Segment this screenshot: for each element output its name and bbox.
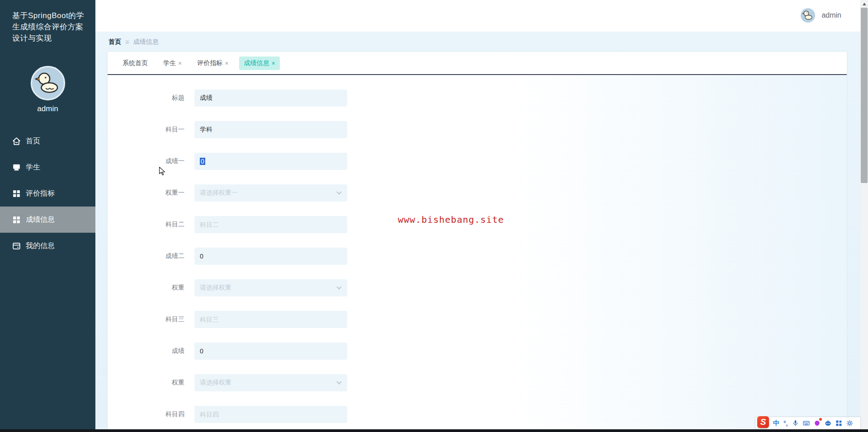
chevron-down-icon xyxy=(336,379,341,384)
tab-label: 成绩信息 xyxy=(244,59,269,67)
form-row-score3: 成绩 xyxy=(108,343,847,360)
select-placeholder: 请选择权重 xyxy=(200,379,231,387)
grid-icon xyxy=(12,189,21,198)
tab-scores[interactable]: 成绩信息 × xyxy=(239,56,279,70)
top-header: admin xyxy=(95,0,860,32)
sidebar-username: admin xyxy=(0,104,95,113)
user-avatar xyxy=(800,8,816,23)
chevron-down-icon xyxy=(336,284,341,289)
smart-assistant-icon[interactable] xyxy=(825,420,831,427)
header-user-menu[interactable]: admin xyxy=(800,8,841,23)
select-placeholder: 请选择权重 xyxy=(200,284,231,292)
form-row-weight1: 权重一 请选择权重一 xyxy=(108,184,847,202)
tab-label: 评价指标 xyxy=(197,59,222,67)
score-form: 标题 科目一 成绩一 0 权重一 请选择权重一 xyxy=(108,75,847,423)
skin-icon[interactable] xyxy=(814,420,821,427)
form-row-subject1: 科目一 xyxy=(108,121,847,138)
keyboard-icon[interactable] xyxy=(803,420,810,427)
tab-close-icon[interactable]: × xyxy=(178,60,182,67)
tab-system-home[interactable]: 系统首页 xyxy=(118,56,152,70)
field-label: 成绩一 xyxy=(108,157,184,165)
sidebar-item-label: 首页 xyxy=(26,136,40,146)
sidebar-item-label: 我的信息 xyxy=(26,241,55,251)
content-card: 系统首页 学生 × 评价指标 × 成绩信息 × 标题 科目一 xyxy=(108,52,847,432)
site-watermark: www.bishebang.site xyxy=(398,214,504,225)
score1-input[interactable]: 0 xyxy=(194,153,347,170)
breadcrumb-separator-icon: ≡ xyxy=(125,38,129,46)
form-row-subject3: 科目三 xyxy=(108,311,847,328)
field-label: 科目三 xyxy=(108,315,184,324)
header-username: admin xyxy=(821,11,841,19)
form-row-weight3: 权重 请选择权重 xyxy=(108,374,847,391)
form-row-subject4: 科目四 xyxy=(108,406,847,423)
ime-toolbar: S 中 °, xyxy=(755,417,860,429)
main-content: 首页 ≡ 成绩信息 系统首页 学生 × 评价指标 × 成绩信息 × 标题 xyxy=(95,32,860,432)
tab-student[interactable]: 学生 × xyxy=(159,56,186,70)
sidebar-item-label: 评价指标 xyxy=(26,189,55,198)
sidebar-menu: 首页 学生 评价指标 成绩信息 我的信息 xyxy=(0,128,95,259)
field-label: 权重 xyxy=(108,379,184,387)
sidebar-item-scores[interactable]: 成绩信息 xyxy=(0,207,95,233)
notification-dot xyxy=(819,418,822,421)
subject1-input[interactable] xyxy=(194,121,347,138)
mouse-cursor xyxy=(157,166,167,176)
sidebar-item-label: 学生 xyxy=(26,163,40,172)
tab-close-icon[interactable]: × xyxy=(271,60,275,67)
bottom-taskbar-edge xyxy=(0,429,868,432)
sidebar-item-label: 成绩信息 xyxy=(26,215,55,225)
selected-text: 0 xyxy=(200,158,205,165)
sidebar-avatar xyxy=(30,66,66,101)
tab-label: 系统首页 xyxy=(123,59,148,67)
scrollbar-up-arrow-icon[interactable] xyxy=(860,0,868,8)
app-title: 基于SpringBoot的学生成绩综合评价方案设计与实现 xyxy=(0,0,95,44)
punctuation-icon[interactable]: °, xyxy=(783,420,788,427)
form-row-title: 标题 xyxy=(108,89,847,107)
chinese-mode-icon[interactable]: 中 xyxy=(773,419,779,427)
field-label: 标题 xyxy=(108,94,184,102)
subject2-input[interactable] xyxy=(194,216,347,233)
field-label: 科目二 xyxy=(108,221,184,229)
field-label: 权重一 xyxy=(108,189,184,197)
monitor-icon xyxy=(12,163,21,172)
home-icon xyxy=(12,136,21,146)
title-input[interactable] xyxy=(194,89,347,107)
field-label: 科目四 xyxy=(108,410,184,418)
sidebar: 基于SpringBoot的学生成绩综合评价方案设计与实现 admin 首页 学生 xyxy=(0,0,95,432)
form-row-score2: 成绩二 xyxy=(108,248,847,265)
sogou-logo-icon[interactable]: S xyxy=(757,416,769,428)
score2-input[interactable] xyxy=(194,248,347,265)
select-placeholder: 请选择权重一 xyxy=(200,189,238,197)
settings-icon[interactable] xyxy=(846,420,853,427)
profile-card-icon xyxy=(12,241,21,251)
breadcrumb: 首页 ≡ 成绩信息 xyxy=(95,32,860,52)
vertical-scrollbar[interactable] xyxy=(860,0,868,432)
weight2-select[interactable]: 请选择权重 xyxy=(194,279,347,296)
weight3-select[interactable]: 请选择权重 xyxy=(194,374,347,391)
weight1-select[interactable]: 请选择权重一 xyxy=(194,184,347,202)
form-row-weight2: 权重 请选择权重 xyxy=(108,279,847,296)
field-label: 成绩二 xyxy=(108,252,184,260)
tab-bar: 系统首页 学生 × 评价指标 × 成绩信息 × xyxy=(108,52,847,75)
score3-input[interactable] xyxy=(194,343,347,360)
tab-close-icon[interactable]: × xyxy=(225,60,228,67)
tab-label: 学生 xyxy=(163,59,176,67)
sidebar-item-my-info[interactable]: 我的信息 xyxy=(0,233,95,259)
field-label: 权重 xyxy=(108,284,184,292)
subject3-input[interactable] xyxy=(194,311,347,328)
sidebar-item-home[interactable]: 首页 xyxy=(0,128,95,154)
duck-avatar-icon xyxy=(30,66,66,101)
duck-avatar-icon xyxy=(800,8,816,23)
field-label: 科目一 xyxy=(108,126,184,134)
sidebar-item-indicators[interactable]: 评价指标 xyxy=(0,180,95,207)
scrollbar-thumb[interactable] xyxy=(861,8,868,183)
breadcrumb-home[interactable]: 首页 xyxy=(108,38,121,46)
subject4-input[interactable] xyxy=(194,406,347,423)
form-row-score1: 成绩一 0 xyxy=(108,153,847,170)
tab-indicators[interactable]: 评价指标 × xyxy=(193,56,233,70)
microphone-icon[interactable] xyxy=(792,420,799,427)
breadcrumb-current: 成绩信息 xyxy=(133,38,159,46)
sidebar-item-student[interactable]: 学生 xyxy=(0,154,95,180)
chevron-down-icon xyxy=(336,189,341,194)
grid-icon xyxy=(12,215,21,225)
toolbox-icon[interactable] xyxy=(835,420,842,427)
